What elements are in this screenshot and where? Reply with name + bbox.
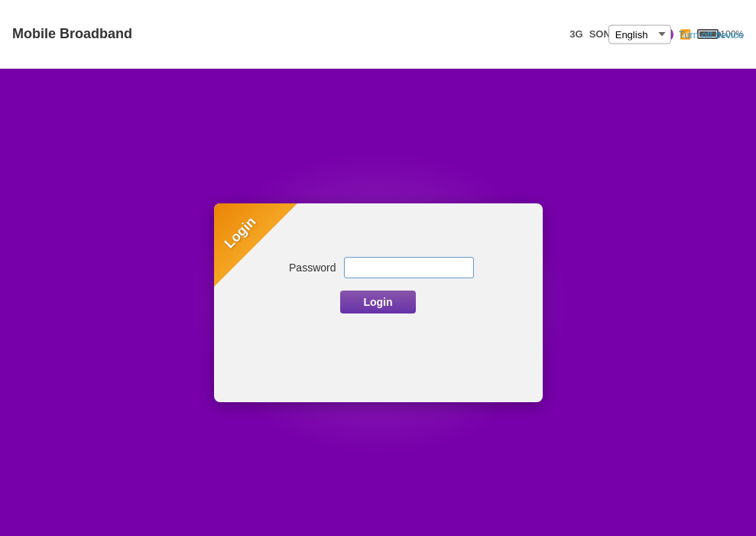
network-type: 3G (569, 28, 582, 40)
login-button[interactable]: Login (340, 291, 415, 313)
language-select[interactable]: English Finnish Swedish (608, 24, 671, 44)
app-title: Mobile Broadband (12, 26, 569, 42)
login-card: Login Password Login (214, 203, 543, 402)
header: Mobile Broadband 3G SONERA 📶 100% Englis… (0, 0, 756, 69)
password-row: Password (283, 257, 474, 278)
main-content: Login Password Login (0, 69, 756, 536)
login-corner: Login (214, 203, 298, 287)
header-right: English Finnish Swedish Turn off device (608, 24, 744, 44)
password-input[interactable] (344, 257, 474, 278)
turn-off-button[interactable]: Turn off device (679, 28, 744, 40)
